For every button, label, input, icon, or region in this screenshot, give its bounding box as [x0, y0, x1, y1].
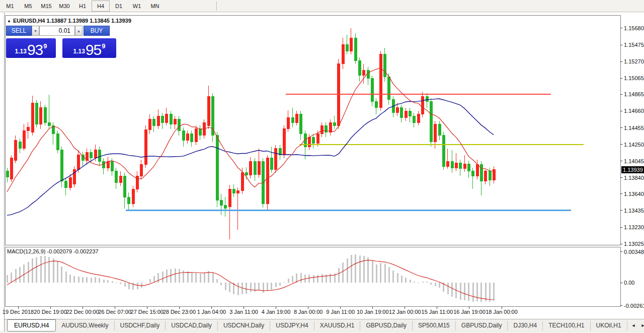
candle-body	[27, 127, 30, 130]
candle-body	[342, 44, 344, 64]
time-tick-label: 27 Dec 15:00	[131, 309, 164, 315]
chart-tab-xauusd-h1[interactable]: XAUUSD,H1	[314, 321, 361, 330]
chart-tab-usdchf-daily[interactable]: USDCHF,Daily	[115, 321, 166, 330]
candle-body	[275, 149, 277, 170]
chart-tab-usdjpy-h4[interactable]: USDJPY,H4	[270, 321, 314, 330]
macd-histogram-bar	[91, 278, 92, 283]
candle-body	[44, 108, 46, 122]
time-tick-label: 18 Jan 00:00	[486, 309, 518, 315]
chart-tab-usdcnh-daily[interactable]: USDCNH,Daily	[218, 321, 270, 330]
volume-input[interactable]: 0.01	[39, 26, 75, 36]
candle-body	[417, 114, 420, 122]
current-price-badge: 1.13939	[621, 166, 644, 173]
symbol-tabbar: EURUSD,H4AUDUSD,WeeklyUSDCHF,DailyUSDCAD…	[5, 319, 644, 331]
candle-body	[325, 125, 328, 132]
macd-histogram-bar	[86, 277, 88, 283]
macd-histogram-bar	[430, 283, 432, 285]
macd-histogram-bar	[166, 270, 168, 283]
macd-histogram-bar	[128, 283, 130, 289]
macd-histogram-bar	[410, 280, 411, 283]
sell-button[interactable]: SELL	[6, 26, 32, 36]
candle-body	[199, 129, 202, 136]
chart-tab-ukoil-h1[interactable]: UKOil,H1	[591, 321, 627, 330]
candle-body	[232, 189, 235, 193]
macd-histogram-bar	[36, 257, 37, 283]
macd-histogram-bar	[480, 283, 482, 302]
macd-histogram-bar	[95, 277, 96, 283]
macd-histogram-bar	[326, 275, 327, 283]
macd-histogram-bar	[137, 283, 138, 289]
chart-tab-tech100-h1[interactable]: TECH100,H1	[543, 321, 590, 330]
sell-price-panel[interactable]: 1.13 93 9	[6, 38, 56, 58]
macd-histogram-bar	[460, 283, 461, 300]
candle-body	[162, 116, 164, 122]
tab-scroll-left-icon[interactable]: ◄	[631, 323, 636, 328]
macd-histogram-bar	[472, 283, 474, 302]
macd-histogram-bar	[321, 274, 323, 283]
macd-histogram-bar	[447, 283, 449, 294]
candle-body	[434, 124, 437, 142]
candle-body	[254, 161, 256, 174]
candle-body	[400, 108, 403, 117]
candle-body	[300, 114, 302, 134]
candle-body	[69, 178, 71, 187]
candle-body	[321, 125, 324, 134]
macd-tick-label: 0.003489	[624, 249, 644, 255]
macd-histogram-bar	[124, 283, 126, 287]
time-tick-label: 15 Jan 11:00	[422, 309, 453, 315]
chart-tab-eurusd-h4[interactable]: EURUSD,H4	[7, 319, 56, 331]
volume-increase-button[interactable]: ▲	[75, 26, 83, 36]
macd-histogram-bar	[359, 255, 361, 283]
macd-histogram-bar	[229, 283, 230, 292]
macd-histogram-bar	[153, 276, 155, 283]
time-tick-label: 4 Jan 19:00	[262, 309, 291, 315]
macd-histogram-bar	[397, 273, 398, 283]
macd-histogram-bar	[392, 271, 394, 283]
macd-histogram-bar	[61, 267, 62, 283]
time-tick-label: 3 Jan 11:00	[229, 309, 258, 315]
candle-body	[103, 161, 105, 168]
chart-tab-audusd-weekly[interactable]: AUDUSD,Weekly	[56, 321, 114, 330]
macd-histogram-bar	[204, 273, 205, 283]
candle-body	[379, 54, 382, 108]
macd-histogram-bar	[435, 283, 436, 286]
candle-body	[295, 114, 298, 122]
macd-histogram-bar	[292, 276, 293, 283]
macd-histogram-bar	[308, 275, 310, 283]
candle-body	[489, 171, 491, 180]
chart-tab-usdcad-daily[interactable]: USDCAD,Daily	[166, 321, 218, 330]
macd-indicator-label: MACD(12,26,9) -0.002079 -0.002237	[7, 248, 99, 254]
macd-histogram-bar	[32, 258, 33, 283]
candle-body	[476, 165, 478, 176]
candle-body	[35, 103, 38, 124]
time-tick-label: 16 Jan 19:00	[453, 309, 486, 315]
candle-body	[308, 137, 310, 147]
time-tick-label: 8 Jan 00:00	[294, 309, 323, 315]
macd-histogram-bar	[367, 257, 369, 283]
buy-price-panel[interactable]: 1.13 95 9	[62, 38, 116, 58]
chart-tab-dj30-h4[interactable]: DJ30,H4	[508, 321, 543, 330]
tab-scroll-right-icon[interactable]: ►	[640, 323, 644, 328]
time-tick-label: 12 Jan 00:00	[389, 309, 421, 315]
candle-body	[371, 79, 374, 101]
candle-body	[212, 96, 214, 135]
macd-histogram-bar	[317, 275, 318, 283]
buy-button[interactable]: BUY	[84, 26, 110, 36]
candle-body	[367, 71, 369, 79]
chart-tab-sp500-m15[interactable]: SP500,M15	[413, 321, 456, 330]
price-tick-label: 1.14250	[624, 142, 644, 148]
spinner-down-icon: ▼	[34, 29, 37, 33]
price-tick-label: 1.14045	[624, 158, 644, 164]
candle-body	[270, 158, 273, 170]
macd-histogram-bar	[212, 273, 214, 283]
chart-tab-gbpusd-daily[interactable]: GBPUSD,Daily	[456, 321, 508, 330]
chart-ohlc-header: ▲EURUSD,H4 1.13887 1.13989 1.13845 1.139…	[7, 18, 131, 24]
candle-body	[174, 119, 177, 124]
candle-body	[60, 150, 63, 181]
candle-body	[442, 136, 445, 166]
macd-histogram-bar	[23, 264, 25, 283]
chart-tab-gbpusd-daily[interactable]: GBPUSD,Daily	[360, 321, 413, 330]
candle-body	[291, 117, 294, 122]
volume-decrease-button[interactable]: ▼	[32, 26, 39, 36]
candle-body	[77, 155, 80, 170]
